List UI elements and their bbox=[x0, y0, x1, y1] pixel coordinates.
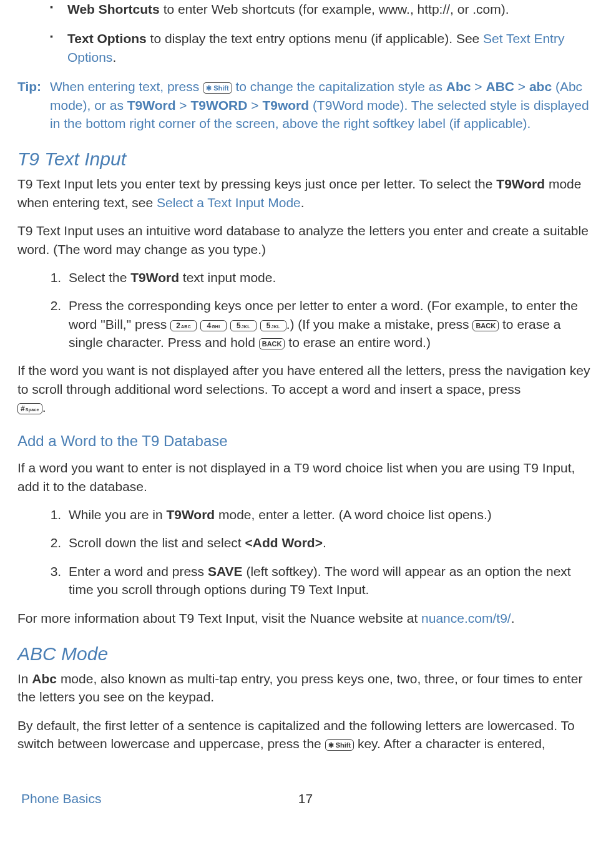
db2a: Scroll down the list and select bbox=[69, 535, 245, 550]
back-key-icon-2: BACK bbox=[259, 338, 285, 349]
tip-gt1: > bbox=[471, 79, 486, 94]
bullet-web-shortcuts: Web Shortcuts to enter Web shortcuts (fo… bbox=[67, 0, 594, 18]
t9-step1-c: text input mode. bbox=[179, 270, 276, 285]
bullet-text-options: Text Options to display the text entry o… bbox=[67, 29, 594, 66]
abc-p1a: In bbox=[17, 671, 32, 686]
key-5-icon: 5JKL bbox=[230, 320, 257, 331]
t9-db-steps-list: While you are in T9Word mode, enter a le… bbox=[17, 505, 594, 599]
t9-paragraph-1: T9 Text Input lets you enter text by pre… bbox=[17, 175, 594, 212]
page-footer: Phone Basics 17 bbox=[17, 789, 594, 807]
web-shortcuts-label: Web Shortcuts bbox=[67, 2, 160, 16]
abc-paragraph-1: In Abc mode, also known as multi-tap ent… bbox=[17, 670, 594, 706]
t9-step2-b: .) (If you make a mistake, press bbox=[286, 317, 473, 331]
page-body: Web Shortcuts to enter Web shortcuts (fo… bbox=[0, 0, 611, 807]
text-options-end: . bbox=[112, 50, 116, 64]
shift-key-icon: ✱ Shift bbox=[203, 82, 232, 94]
t9-p1a: T9 Text Input lets you enter text by pre… bbox=[17, 177, 496, 191]
web-shortcuts-text: to enter Web shortcuts (for example, www… bbox=[160, 2, 509, 16]
abc-p2b: key. After a character is entered, bbox=[354, 736, 545, 751]
t9-paragraph-2: T9 Text Input uses an intuitive word dat… bbox=[17, 222, 594, 258]
db2c: . bbox=[323, 535, 326, 550]
abc-p1b: Abc bbox=[32, 671, 57, 686]
t9-step2-d: to erase an entire word.) bbox=[285, 335, 430, 349]
tip-abc2: ABC bbox=[486, 79, 514, 94]
key-5b-icon: 5JKL bbox=[260, 320, 286, 331]
db3a: Enter a word and press bbox=[69, 564, 208, 578]
t9-p5b: . bbox=[511, 611, 515, 625]
t9-p5a: For more information about T9 Text Input… bbox=[17, 611, 421, 625]
t9-p3a: If the word you want is not displayed af… bbox=[17, 363, 590, 396]
tip-gt4: > bbox=[247, 98, 262, 112]
text-options-mid: to display the text entry options menu (… bbox=[147, 31, 483, 46]
tip-body: When entering text, press ✱ Shift to cha… bbox=[50, 77, 594, 132]
tip-gt3: > bbox=[176, 98, 191, 112]
back-key-icon: BACK bbox=[472, 320, 499, 331]
t9-db-step-3: Enter a word and press SAVE (left softke… bbox=[65, 562, 594, 599]
shift-key-icon-2: ✱ Shift bbox=[325, 739, 354, 751]
t9-step1-a: Select the bbox=[69, 270, 130, 285]
footer-page-number: 17 bbox=[298, 789, 313, 807]
db1a: While you are in bbox=[69, 507, 166, 522]
tip-block: Tip: When entering text, press ✱ Shift t… bbox=[17, 77, 594, 132]
db1c: mode, enter a letter. (A word choice lis… bbox=[215, 507, 492, 522]
footer-section-title: Phone Basics bbox=[21, 789, 298, 807]
option-bullet-list: Web Shortcuts to enter Web shortcuts (fo… bbox=[17, 0, 594, 66]
tip-t9c: T9word bbox=[262, 98, 309, 112]
key-2-icon: 2ABC bbox=[170, 320, 197, 331]
t9-db-step-2: Scroll down the list and select <Add Wor… bbox=[65, 534, 594, 552]
tip-t9b: T9WORD bbox=[190, 98, 247, 112]
db2b: <Add Word> bbox=[245, 535, 322, 550]
db1b: T9Word bbox=[166, 507, 215, 522]
abc-paragraph-2: By default, the first letter of a senten… bbox=[17, 716, 594, 753]
t9-step-1: Select the T9Word text input mode. bbox=[65, 268, 594, 286]
link-select-text-input-mode[interactable]: Select a Text Input Mode bbox=[157, 195, 301, 210]
heading-abc-mode: ABC Mode bbox=[17, 641, 594, 667]
t9-p3b: . bbox=[42, 400, 46, 414]
t9-paragraph-3: If the word you want is not displayed af… bbox=[17, 361, 594, 416]
tip-label: Tip: bbox=[17, 77, 50, 132]
tip-text-1: When entering text, press bbox=[50, 79, 203, 94]
tip-text-2: to change the capitalization style as bbox=[232, 79, 446, 94]
heading-t9-text-input: T9 Text Input bbox=[17, 146, 594, 172]
abc-p1c: mode, also known as multi-tap entry, you… bbox=[17, 671, 582, 704]
text-options-label: Text Options bbox=[67, 31, 147, 46]
heading-add-word-t9: Add a Word to the T9 Database bbox=[17, 431, 594, 452]
tip-abc1: Abc bbox=[446, 79, 471, 94]
tip-gt2: > bbox=[514, 79, 529, 94]
t9-db-step-1: While you are in T9Word mode, enter a le… bbox=[65, 505, 594, 524]
key-4-icon: 4GHI bbox=[200, 320, 227, 331]
tip-abc3: abc bbox=[529, 79, 552, 94]
t9-db-paragraph: If a word you want to enter is not displ… bbox=[17, 459, 594, 495]
hash-space-key-icon: #Space bbox=[17, 403, 42, 414]
tip-t9a: T9Word bbox=[127, 98, 176, 112]
db3b: SAVE bbox=[208, 564, 243, 578]
t9-step1-b: T9Word bbox=[130, 270, 179, 285]
t9-more-info: For more information about T9 Text Input… bbox=[17, 609, 594, 627]
t9-p1b: T9Word bbox=[496, 177, 545, 191]
t9-p1d: . bbox=[301, 195, 305, 210]
t9-step-2: Press the corresponding keys once per le… bbox=[65, 296, 594, 351]
t9-steps-list: Select the T9Word text input mode. Press… bbox=[17, 268, 594, 352]
link-nuance[interactable]: nuance.com/t9/ bbox=[421, 611, 511, 625]
footer-spacer bbox=[313, 789, 590, 807]
